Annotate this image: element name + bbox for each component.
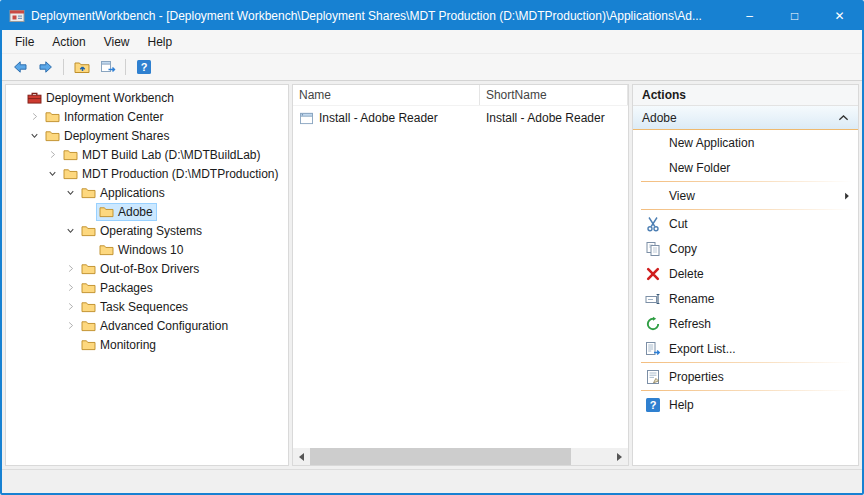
back-button[interactable] xyxy=(8,57,31,78)
menu-view[interactable]: View xyxy=(95,31,139,53)
action-delete[interactable]: Delete xyxy=(633,261,858,286)
tree-item-label: MDT Build Lab (D:\MDTBuildLab) xyxy=(82,148,261,162)
folder-icon xyxy=(63,167,78,180)
submenu-arrow-icon xyxy=(844,191,850,201)
menu-action[interactable]: Action xyxy=(43,31,94,53)
folder-icon xyxy=(81,300,96,313)
collapse-icon[interactable] xyxy=(63,223,78,238)
window-controls: – □ ✕ xyxy=(727,2,862,30)
horizontal-scrollbar xyxy=(293,448,628,465)
tree-item-adobe[interactable]: Adobe xyxy=(6,202,288,221)
tree-item-label: Applications xyxy=(100,186,165,200)
tree-item-mdt-build-lab-d-mdtbuildlab[interactable]: MDT Build Lab (D:\MDTBuildLab) xyxy=(6,145,288,164)
column-header-name[interactable]: Name xyxy=(293,85,480,105)
expand-icon[interactable] xyxy=(63,261,78,276)
tree-item-windows-10[interactable]: Windows 10 xyxy=(6,240,288,259)
collapse-icon[interactable] xyxy=(27,128,42,143)
action-properties[interactable]: Properties xyxy=(633,364,858,389)
console-tree-pane: Deployment WorkbenchInformation CenterDe… xyxy=(5,84,289,466)
folder-icon xyxy=(45,129,60,142)
up-level-icon xyxy=(74,59,90,75)
actions-pane-title: Actions xyxy=(633,85,858,106)
action-item-label: Help xyxy=(669,398,694,412)
action-cut[interactable]: Cut xyxy=(633,211,858,236)
actions-list: New ApplicationNew FolderViewCutCopyDele… xyxy=(633,130,858,417)
actions-group-header[interactable]: Adobe xyxy=(633,106,858,130)
action-view[interactable]: View xyxy=(633,183,858,208)
tree-item-task-sequences[interactable]: Task Sequences xyxy=(6,297,288,316)
tree-item-packages[interactable]: Packages xyxy=(6,278,288,297)
actions-separator xyxy=(641,181,852,182)
title-bar[interactable]: DeploymentWorkbench - [Deployment Workbe… xyxy=(2,2,862,30)
menu-help[interactable]: Help xyxy=(139,31,182,53)
column-header-shortname[interactable]: ShortName xyxy=(480,85,628,105)
tree-node: MDT Production (D:\MDTProduction) xyxy=(60,165,283,183)
tree-node: Information Center xyxy=(42,108,167,126)
action-copy[interactable]: Copy xyxy=(633,236,858,261)
minimize-icon: – xyxy=(746,9,753,23)
tree-item-label: Packages xyxy=(100,281,153,295)
tree-item-operating-systems[interactable]: Operating Systems xyxy=(6,221,288,240)
expand-icon[interactable] xyxy=(63,318,78,333)
tree-item-mdt-production-d-mdtproduction[interactable]: MDT Production (D:\MDTProduction) xyxy=(6,164,288,183)
export-window-button[interactable] xyxy=(96,57,119,78)
list-item-install-adobe-reader[interactable]: Install - Adobe ReaderInstall - Adobe Re… xyxy=(293,108,628,128)
tree-item-label: MDT Production (D:\MDTProduction) xyxy=(82,167,279,181)
expander-placeholder xyxy=(81,204,96,219)
actions-group-label: Adobe xyxy=(642,111,838,125)
forward-button[interactable] xyxy=(34,57,57,78)
tree-node: Packages xyxy=(78,279,157,297)
expand-icon[interactable] xyxy=(27,109,42,124)
collapse-icon[interactable] xyxy=(45,166,60,181)
tree-item-deployment-shares[interactable]: Deployment Shares xyxy=(6,126,288,145)
menu-file[interactable]: File xyxy=(6,31,43,53)
back-icon xyxy=(12,59,28,75)
status-bar xyxy=(2,469,862,493)
tree-item-monitoring[interactable]: Monitoring xyxy=(6,335,288,354)
expand-icon[interactable] xyxy=(45,147,60,162)
collapse-group-icon[interactable] xyxy=(838,114,849,122)
up-level-button[interactable] xyxy=(70,57,93,78)
tree-item-label: Deployment Workbench xyxy=(46,91,174,105)
tree-item-applications[interactable]: Applications xyxy=(6,183,288,202)
scroll-right-icon xyxy=(617,453,622,461)
close-button[interactable]: ✕ xyxy=(817,2,862,30)
action-new-application[interactable]: New Application xyxy=(633,130,858,155)
scrollbar-thumb[interactable] xyxy=(310,448,571,465)
tree-item-advanced-configuration[interactable]: Advanced Configuration xyxy=(6,316,288,335)
action-help[interactable]: ?Help xyxy=(633,392,858,417)
folder-icon xyxy=(45,110,60,123)
scroll-left-button[interactable] xyxy=(293,448,310,465)
properties-icon xyxy=(645,369,661,385)
close-icon: ✕ xyxy=(834,9,844,23)
tree-item-out-of-box-drivers[interactable]: Out-of-Box Drivers xyxy=(6,259,288,278)
action-item-label: Properties xyxy=(669,370,724,384)
action-item-label: New Application xyxy=(669,136,754,150)
maximize-button[interactable]: □ xyxy=(772,2,817,30)
folder-icon xyxy=(81,262,96,275)
action-rename[interactable]: Rename xyxy=(633,286,858,311)
expander-placeholder xyxy=(9,90,24,105)
svg-text:?: ? xyxy=(140,61,147,73)
tree-item-label: Task Sequences xyxy=(100,300,188,314)
folder-icon xyxy=(81,319,96,332)
tree-node: Advanced Configuration xyxy=(78,317,232,335)
tree-item-deployment-workbench[interactable]: Deployment Workbench xyxy=(6,88,288,107)
help-button[interactable]: ? xyxy=(132,57,155,78)
collapse-icon[interactable] xyxy=(63,185,78,200)
action-item-label: Cut xyxy=(669,217,688,231)
app-icon xyxy=(9,8,25,24)
tree-item-label: Adobe xyxy=(118,205,153,219)
svg-text:?: ? xyxy=(650,399,657,411)
tree-item-information-center[interactable]: Information Center xyxy=(6,107,288,126)
action-export-list[interactable]: Export List... xyxy=(633,336,858,361)
minimize-button[interactable]: – xyxy=(727,2,772,30)
expand-icon[interactable] xyxy=(63,299,78,314)
results-pane: NameShortName Install - Adobe ReaderInst… xyxy=(292,84,629,466)
action-new-folder[interactable]: New Folder xyxy=(633,155,858,180)
scroll-right-button[interactable] xyxy=(611,448,628,465)
expand-icon[interactable] xyxy=(63,280,78,295)
cell-shortname: Install - Adobe Reader xyxy=(480,111,628,125)
tree-item-label: Windows 10 xyxy=(118,243,183,257)
action-refresh[interactable]: Refresh xyxy=(633,311,858,336)
